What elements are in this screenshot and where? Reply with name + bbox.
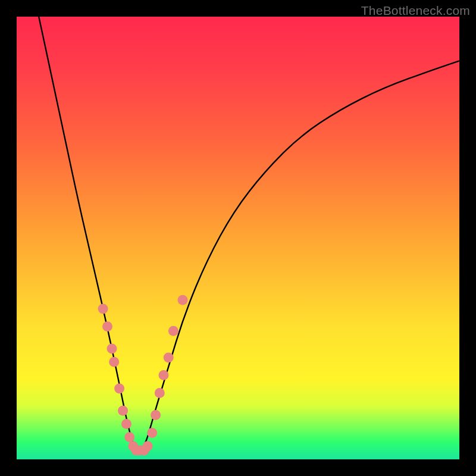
scatter-dot (109, 357, 119, 367)
scatter-dot (147, 428, 157, 438)
scatter-dot (98, 304, 108, 314)
scatter-dot (124, 432, 134, 442)
bottleneck-curve (39, 17, 459, 452)
curve-layer (39, 17, 459, 452)
scatter-dot (102, 321, 112, 331)
scatter-dot (155, 388, 165, 398)
scatter-dot (114, 384, 124, 394)
scatter-dot (168, 326, 178, 336)
scatter-dot (151, 410, 161, 420)
scatter-dot (164, 352, 174, 362)
scatter-dot (159, 370, 169, 380)
scatter-dot (143, 441, 153, 451)
scatter-layer (98, 295, 188, 456)
chart-svg (17, 17, 459, 459)
scatter-dot (118, 406, 128, 416)
chart-frame: TheBottleneck.com (0, 0, 476, 476)
scatter-dot (107, 344, 117, 354)
scatter-dot (178, 295, 188, 305)
plot-area (17, 17, 459, 459)
scatter-dot (121, 419, 131, 429)
watermark-text: TheBottleneck.com (361, 4, 470, 18)
